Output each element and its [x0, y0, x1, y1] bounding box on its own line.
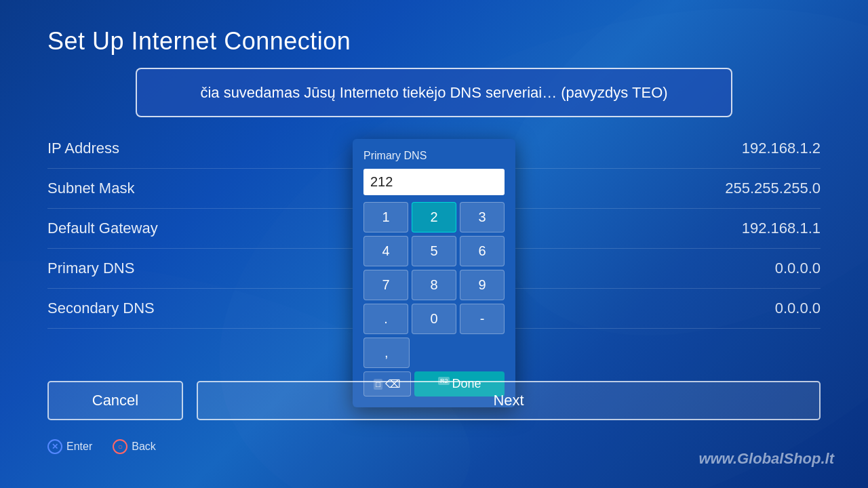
numpad-key-9[interactable]: 9 — [460, 270, 505, 300]
numpad-modal: Primary DNS 1 2 3 4 5 6 7 8 9 . 0 - , □ … — [353, 139, 515, 407]
info-banner: čia suvedamas Jūsų Interneto tiekėjo DNS… — [136, 68, 732, 117]
hint-enter: ✕ Enter — [47, 439, 92, 454]
bottom-buttons: Cancel Next — [47, 381, 821, 420]
setting-value-secondary-dns: 0.0.0.0 — [775, 300, 821, 317]
setting-label-ip: IP Address — [47, 140, 119, 157]
next-button[interactable]: Next — [197, 381, 821, 420]
setting-value-primary-dns: 0.0.0.0 — [775, 260, 821, 277]
bottom-hints: ✕ Enter ○ Back — [47, 439, 156, 454]
cancel-button[interactable]: Cancel — [47, 381, 183, 420]
numpad-grid-row3: 7 8 9 — [363, 270, 505, 300]
numpad-grid-row2: 4 5 6 — [363, 236, 505, 266]
setting-label-gateway: Default Gateway — [47, 220, 158, 237]
numpad-key-dot[interactable]: . — [363, 304, 408, 334]
numpad-key-dash[interactable]: - — [460, 304, 505, 334]
numpad-key-comma[interactable]: , — [363, 338, 410, 368]
numpad-key-2[interactable]: 2 — [412, 202, 456, 232]
numpad-key-7[interactable]: 7 — [363, 270, 408, 300]
numpad-key-1[interactable]: 1 — [363, 202, 408, 232]
o-button-icon: ○ — [113, 439, 127, 454]
numpad-key-0[interactable]: 0 — [412, 304, 456, 334]
numpad-title: Primary DNS — [363, 150, 505, 162]
numpad-grid-row5: , — [363, 338, 505, 368]
numpad-key-6[interactable]: 6 — [460, 236, 505, 266]
setting-label-primary-dns: Primary DNS — [47, 260, 134, 277]
page-title: Set Up Internet Connection — [47, 27, 351, 56]
numpad-key-8[interactable]: 8 — [412, 270, 456, 300]
numpad-key-5[interactable]: 5 — [412, 236, 456, 266]
setting-value-ip: 192.168.1.2 — [742, 140, 821, 157]
setting-value-subnet: 255.255.255.0 — [725, 180, 821, 197]
numpad-grid-row1: 1 2 3 — [363, 202, 505, 232]
numpad-input[interactable] — [363, 169, 505, 195]
hint-back-label: Back — [132, 441, 156, 453]
numpad-key-4[interactable]: 4 — [363, 236, 408, 266]
setting-label-subnet: Subnet Mask — [47, 180, 134, 197]
hint-back: ○ Back — [113, 439, 156, 454]
x-button-icon: ✕ — [47, 439, 62, 454]
setting-label-secondary-dns: Secondary DNS — [47, 300, 155, 317]
numpad-grid-row4: . 0 - — [363, 304, 505, 334]
numpad-key-3[interactable]: 3 — [460, 202, 505, 232]
watermark: www.GlobalShop.lt — [698, 450, 834, 468]
hint-enter-label: Enter — [66, 441, 92, 453]
setting-value-gateway: 192.168.1.1 — [742, 220, 821, 237]
